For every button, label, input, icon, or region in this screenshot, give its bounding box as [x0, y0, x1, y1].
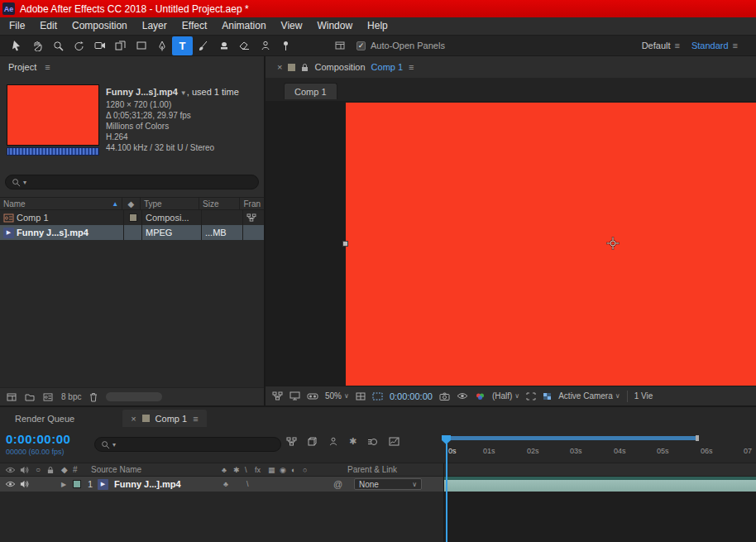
- view-layout-dropdown[interactable]: 1 Vie: [634, 391, 653, 401]
- label-column-icon[interactable]: ◆: [61, 463, 68, 476]
- frame-blend-switch-icon[interactable]: ▦: [268, 463, 275, 476]
- snapshot-camera-icon[interactable]: [439, 392, 450, 401]
- layer-shy-switch[interactable]: ♣: [223, 477, 228, 492]
- rectangle-tool[interactable]: [131, 36, 151, 55]
- column-name[interactable]: Name ▲: [0, 198, 122, 209]
- shy-switch-icon[interactable]: ♣: [222, 463, 227, 476]
- footage-name[interactable]: Funny J...s].mp4: [106, 87, 178, 97]
- current-timecode[interactable]: 0:00:00:00: [6, 432, 70, 446]
- show-snapshot-eye-icon[interactable]: [457, 392, 468, 400]
- search-options-caret-icon[interactable]: ▾: [23, 179, 26, 186]
- mini-flowchart-icon[interactable]: [286, 437, 297, 446]
- region-of-interest-icon[interactable]: [526, 392, 536, 401]
- composition-panel-label[interactable]: Composition: [314, 62, 365, 72]
- timeline-search-input[interactable]: ▾: [94, 437, 281, 452]
- label-color-swatch[interactable]: [129, 213, 137, 222]
- pan-behind-tool[interactable]: [110, 36, 131, 55]
- clone-stamp-tool[interactable]: [213, 36, 234, 55]
- column-label-color[interactable]: ◆: [122, 198, 141, 209]
- layer-edge-handle[interactable]: [342, 241, 348, 247]
- column-type[interactable]: Type: [141, 198, 199, 209]
- motion-blur-switch-icon[interactable]: ◉: [280, 463, 286, 476]
- camera-tool[interactable]: [89, 36, 110, 55]
- project-row-comp1[interactable]: Comp 1 Composi...: [0, 210, 264, 225]
- new-composition-icon[interactable]: [43, 393, 53, 401]
- transparency-grid-icon[interactable]: [543, 392, 552, 401]
- menu-window[interactable]: Window: [309, 17, 360, 35]
- parent-link-dropdown[interactable]: None ∨: [354, 478, 422, 490]
- vr-goggles-icon[interactable]: [307, 393, 318, 400]
- graph-editor-icon[interactable]: [389, 437, 400, 446]
- menu-help[interactable]: Help: [360, 17, 395, 35]
- magnification-dropdown[interactable]: 50%∨: [325, 391, 349, 401]
- footer-pill-control[interactable]: [106, 392, 162, 401]
- layer-eye-icon[interactable]: [5, 477, 16, 492]
- active-comp-name[interactable]: Comp 1: [371, 62, 404, 72]
- workspace-standard[interactable]: Standard: [691, 41, 729, 50]
- layer-duration-bar[interactable]: [444, 477, 756, 492]
- draft-3d-icon[interactable]: [308, 437, 318, 446]
- panel-menu-icon[interactable]: ≡: [193, 414, 198, 424]
- auto-open-panels-checkbox[interactable]: ✓: [356, 41, 366, 50]
- speaker-icon[interactable]: [20, 463, 29, 476]
- brush-tool[interactable]: [193, 36, 213, 55]
- menu-effect[interactable]: Effect: [175, 17, 214, 35]
- hand-tool[interactable]: [27, 36, 48, 55]
- zoom-tool[interactable]: [48, 36, 69, 55]
- close-icon[interactable]: ×: [131, 414, 136, 424]
- project-row-footage[interactable]: ▶ Funny J...s].mp4 MPEG ...MB: [0, 225, 264, 240]
- 3d-switch-icon[interactable]: ○: [303, 463, 307, 476]
- menu-edit[interactable]: Edit: [32, 17, 65, 35]
- layer-number-column[interactable]: #: [73, 463, 78, 476]
- close-icon[interactable]: ×: [277, 62, 282, 72]
- new-folder-icon[interactable]: [25, 393, 35, 401]
- search-options-caret-icon[interactable]: ▾: [112, 441, 116, 448]
- playhead-line[interactable]: [446, 444, 447, 542]
- menu-animation[interactable]: Animation: [214, 17, 273, 35]
- layer-quality-switch[interactable]: \: [246, 477, 249, 492]
- tab-render-queue[interactable]: Render Queue: [15, 414, 74, 424]
- parent-link-column[interactable]: Parent & Link: [347, 463, 397, 476]
- quality-switch-icon[interactable]: \: [245, 463, 247, 476]
- menu-composition[interactable]: Composition: [65, 17, 135, 35]
- composition-viewer[interactable]: [266, 101, 756, 386]
- channels-rgb-icon[interactable]: [475, 392, 486, 401]
- frame-blending-icon[interactable]: ✱: [349, 436, 356, 447]
- lock-icon[interactable]: [301, 63, 309, 72]
- work-area-end-handle[interactable]: [696, 435, 699, 441]
- interpret-footage-icon[interactable]: [7, 393, 17, 401]
- motion-blur-icon[interactable]: [367, 438, 378, 446]
- column-size[interactable]: Size: [199, 198, 240, 209]
- eraser-tool[interactable]: [234, 36, 255, 55]
- parent-pickwhip-icon[interactable]: @: [333, 477, 342, 492]
- workspace-standard-menu-icon[interactable]: ≡: [733, 41, 738, 50]
- workspace-default[interactable]: Default: [642, 41, 671, 50]
- puppet-pin-tool[interactable]: [275, 36, 296, 55]
- selection-tool[interactable]: [7, 36, 27, 55]
- panel-menu-icon[interactable]: ≡: [409, 62, 414, 72]
- effects-switch-icon[interactable]: fx: [255, 463, 261, 476]
- timeline-empty-track[interactable]: [443, 492, 756, 542]
- panel-menu-icon[interactable]: ≡: [45, 62, 50, 72]
- monitor-icon[interactable]: [289, 391, 300, 401]
- project-bit-depth[interactable]: 8 bpc: [61, 392, 81, 401]
- collapse-switch-icon[interactable]: ✱: [233, 463, 240, 476]
- layer-expander-icon[interactable]: ▶: [61, 477, 66, 492]
- tab-comp1[interactable]: × Comp 1 ≡: [122, 410, 206, 427]
- work-area-bar[interactable]: [443, 436, 699, 440]
- chevron-down-icon[interactable]: ▼: [180, 89, 187, 97]
- viewer-tab-comp1[interactable]: Comp 1: [284, 83, 337, 99]
- workspace-default-menu-icon[interactable]: ≡: [675, 41, 680, 50]
- camera-view-dropdown[interactable]: Active Camera∨: [558, 391, 620, 401]
- resolution-dropdown[interactable]: (Half)∨: [492, 391, 519, 401]
- hide-shy-layers-icon[interactable]: [328, 437, 338, 446]
- menu-view[interactable]: View: [274, 17, 310, 35]
- mini-flowchart-icon[interactable]: [272, 391, 283, 401]
- rotation-tool[interactable]: [69, 36, 89, 55]
- layer-track[interactable]: [443, 477, 756, 492]
- menu-layer[interactable]: Layer: [135, 17, 175, 35]
- footage-thumbnail[interactable]: [7, 84, 99, 146]
- project-tab-label[interactable]: Project: [8, 62, 36, 72]
- timeline-layer-row[interactable]: ▶ 1 ▶ Funny J...].mp4 ♣ \ @ None ∨: [0, 477, 756, 492]
- viewer-timecode[interactable]: 0:00:00:00: [390, 391, 433, 401]
